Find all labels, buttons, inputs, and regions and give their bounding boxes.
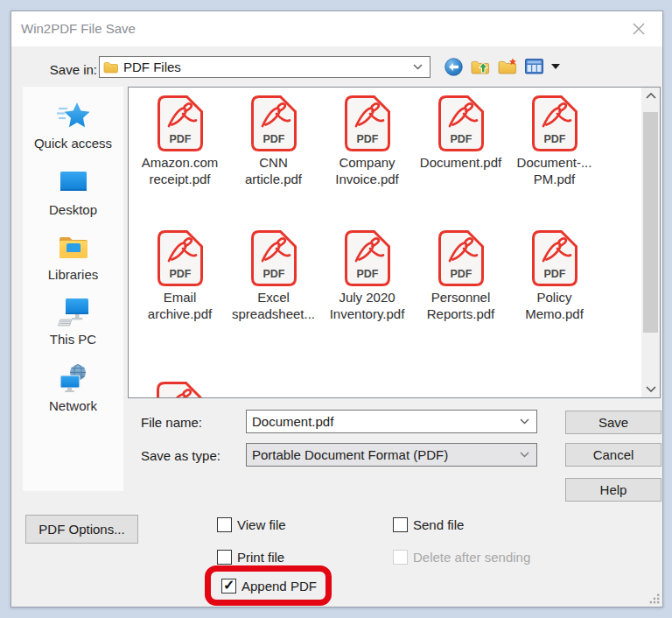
file-item-document-pm[interactable]: PDF Document-...PM.pdf <box>508 95 601 187</box>
titlebar[interactable]: Win2PDF File Save <box>11 11 662 46</box>
sidebar-item-desktop[interactable]: Desktop <box>23 164 123 217</box>
save-in-label: Save in: <box>25 62 97 77</box>
file-name-text: Excelspreadsheet... <box>232 289 315 322</box>
desktop-monitor-icon <box>58 164 89 200</box>
resize-grip-icon[interactable] <box>649 593 660 604</box>
pdf-file-icon: PDF <box>345 230 390 286</box>
sidebar-item-quick-access[interactable]: Quick access <box>23 97 123 151</box>
checkbox-icon[interactable] <box>393 517 408 532</box>
vertical-scrollbar[interactable] <box>641 88 660 397</box>
pdf-file-icon: PDF <box>251 95 297 151</box>
file-name-text: Emailarchive.pdf <box>148 289 212 322</box>
file-item-email-archive[interactable]: PDF Emailarchive.pdf <box>133 230 227 322</box>
back-icon[interactable] <box>444 58 463 76</box>
pdf-file-icon-partial <box>157 382 202 398</box>
this-pc-computer-icon <box>57 293 90 330</box>
pdf-file-icon: PDF <box>158 230 203 286</box>
win2pdf-file-save-dialog: Win2PDF File Save Save in: PDF Files <box>10 11 663 607</box>
up-one-level-icon[interactable] <box>471 58 490 75</box>
append-pdf-checkbox[interactable]: Append PDF <box>221 579 317 593</box>
help-button[interactable]: Help <box>565 478 662 502</box>
svg-text:PDF: PDF <box>169 133 191 145</box>
pdf-options-button[interactable]: PDF Options... <box>25 515 138 544</box>
window-title: Win2PDF File Save <box>21 11 136 46</box>
svg-text:PDF: PDF <box>450 268 472 280</box>
save-as-type-value: Portable Document Format (PDF) <box>252 447 520 462</box>
svg-text:PDF: PDF <box>262 133 284 145</box>
pdf-file-icon: PDF <box>532 230 578 286</box>
delete-after-sending-checkbox: Delete after sending <box>393 550 530 565</box>
pdf-file-icon: PDF <box>438 230 484 286</box>
svg-text:PDF: PDF <box>543 133 565 145</box>
save-button[interactable]: Save <box>565 411 662 434</box>
file-name-text: PolicyMemo.pdf <box>525 289 584 322</box>
save-as-type-combobox[interactable]: Portable Document Format (PDF) <box>246 443 537 467</box>
places-sidebar: Quick access Desktop <box>23 87 123 491</box>
pdf-file-icon: PDF <box>438 95 484 151</box>
view-menu-icon[interactable] <box>525 59 543 74</box>
print-file-checkbox[interactable]: Print file <box>217 550 284 565</box>
file-name-label: File name: <box>141 415 202 430</box>
network-globe-icon <box>57 360 90 397</box>
file-name-text: Document.pdf <box>420 154 501 187</box>
cancel-button[interactable]: Cancel <box>565 443 662 467</box>
sidebar-item-this-pc[interactable]: This PC <box>23 293 123 347</box>
file-item-document[interactable]: PDF Document.pdf <box>414 95 508 187</box>
quick-access-star-icon <box>57 97 90 134</box>
checkbox-checked-icon[interactable] <box>221 579 236 593</box>
scroll-up-arrow-icon[interactable] <box>641 88 660 104</box>
file-list-row-1: PDF Amazon.comreceipt.pdf PDF CNNarticle… <box>133 95 642 187</box>
file-item-personnel-reports[interactable]: PDF PersonnelReports.pdf <box>414 230 508 322</box>
close-button[interactable] <box>620 11 657 46</box>
checkbox-icon[interactable] <box>217 517 232 532</box>
save-as-type-label: Save as type: <box>141 448 220 463</box>
svg-text:PDF: PDF <box>262 268 284 280</box>
file-name-text: Amazon.comreceipt.pdf <box>142 154 219 187</box>
file-list-row-2: PDF Emailarchive.pdf PDF Excelspreadshee… <box>133 230 642 322</box>
checkbox-icon[interactable] <box>217 550 232 565</box>
sidebar-item-libraries[interactable]: Libraries <box>23 228 123 282</box>
svg-text:PDF: PDF <box>543 268 565 280</box>
file-item-company-invoice[interactable]: PDF CompanyInvoice.pdf <box>320 95 414 187</box>
screenshot-stage: Win2PDF File Save Save in: PDF Files <box>0 0 672 618</box>
file-name-text: CompanyInvoice.pdf <box>335 154 399 187</box>
create-new-folder-icon[interactable] <box>498 58 517 75</box>
sidebar-item-network[interactable]: Network <box>23 360 123 413</box>
pdf-file-icon: PDF <box>251 230 297 286</box>
scrollbar-thumb[interactable] <box>643 112 658 333</box>
file-name-text: CNNarticle.pdf <box>245 154 302 187</box>
close-icon <box>632 22 646 36</box>
svg-text:PDF: PDF <box>356 133 378 145</box>
pdf-file-icon: PDF <box>158 95 203 151</box>
svg-text:PDF: PDF <box>169 268 191 280</box>
view-file-checkbox[interactable]: View file <box>217 517 286 532</box>
file-name-text: July 2020Inventory.pdf <box>330 289 405 322</box>
svg-text:PDF: PDF <box>356 268 378 280</box>
chevron-down-icon[interactable] <box>413 64 423 70</box>
libraries-folder-icon <box>58 228 89 265</box>
file-item-july-inventory[interactable]: PDF July 2020Inventory.pdf <box>320 230 414 322</box>
file-item-excel-spreadsheet[interactable]: PDF Excelspreadsheet... <box>227 230 320 322</box>
file-item-policy-memo[interactable]: PDF PolicyMemo.pdf <box>508 230 601 322</box>
chevron-down-icon[interactable] <box>520 418 529 425</box>
file-name-combobox[interactable] <box>246 410 537 433</box>
pdf-file-icon: PDF <box>532 95 578 151</box>
file-item-amazon-receipt[interactable]: PDF Amazon.comreceipt.pdf <box>133 95 227 187</box>
save-in-value: PDF Files <box>123 60 413 74</box>
save-in-combobox[interactable]: PDF Files <box>99 56 430 78</box>
pdf-file-icon: PDF <box>345 95 390 151</box>
svg-text:PDF: PDF <box>450 133 472 145</box>
send-file-checkbox[interactable]: Send file <box>393 517 464 532</box>
file-name-text: PersonnelReports.pdf <box>427 289 495 322</box>
file-item-cnn-article[interactable]: PDF CNNarticle.pdf <box>227 95 320 187</box>
view-menu-caret-icon[interactable] <box>551 64 560 69</box>
checkbox-icon <box>393 550 408 565</box>
folder-nav-toolbar <box>444 57 560 76</box>
file-name-text: Document-...PM.pdf <box>517 154 592 187</box>
folder-icon <box>103 61 118 74</box>
chevron-down-icon[interactable] <box>520 452 529 458</box>
file-name-input[interactable] <box>247 414 520 429</box>
file-list[interactable]: PDF Amazon.comreceipt.pdf PDF CNNarticle… <box>128 87 661 398</box>
scroll-down-arrow-icon[interactable] <box>641 381 660 397</box>
